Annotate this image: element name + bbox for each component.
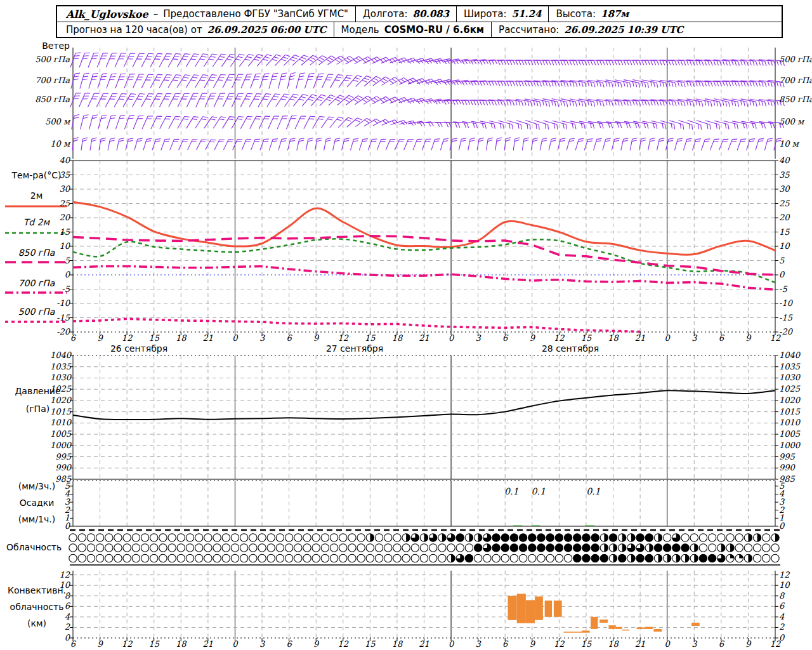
hour-label-bottom-axis: 12 xyxy=(122,640,133,649)
temp-series-4 xyxy=(73,319,640,331)
cloud-circle xyxy=(681,534,689,541)
conv-tick-left: 12 xyxy=(39,571,70,580)
cloud-circle xyxy=(402,554,410,562)
cloud-circle xyxy=(87,544,95,552)
cloud-circle xyxy=(330,544,337,552)
cloud-circle xyxy=(249,534,257,541)
temp-tick-right: -10 xyxy=(779,299,792,308)
cloud-circle xyxy=(582,554,590,562)
cloud-circle xyxy=(267,544,275,552)
cloud-circle-fill xyxy=(694,544,698,552)
cloud-circle xyxy=(321,534,329,541)
cloud-circle-fill xyxy=(604,544,608,552)
cloud-circle xyxy=(96,544,103,552)
hour-label-bottom-axis: 12 xyxy=(770,640,781,649)
hour-label-bottom-axis: 12 xyxy=(554,640,565,649)
temp-tick-left: 10 xyxy=(39,242,70,251)
hour-label-bottom-axis: 0 xyxy=(665,640,670,649)
hour-label-bottom-axis: 21 xyxy=(419,640,429,649)
cloud-circle xyxy=(96,534,103,541)
cloud-circle xyxy=(708,554,716,562)
cloud-circle xyxy=(465,544,473,552)
cloud-circle xyxy=(132,554,140,562)
cloud-circle-fill xyxy=(622,534,626,541)
hour-label-temp-axis: 15 xyxy=(148,334,159,343)
convective-cloud-bar xyxy=(591,617,598,629)
convective-cloud-bar xyxy=(691,623,700,626)
cloud-circle xyxy=(375,534,383,541)
hour-label-temp-axis: 6 xyxy=(286,334,291,343)
cloud-circle xyxy=(753,544,761,552)
cloud-circle xyxy=(69,544,77,552)
cloud-circle xyxy=(735,544,743,552)
hour-label-bottom-axis: 6 xyxy=(286,640,291,649)
cloud-circle xyxy=(348,554,356,562)
convective-cloud-bar xyxy=(582,630,590,632)
cloud-circle xyxy=(546,554,554,562)
cloud-circle xyxy=(600,554,608,562)
cloud-circle xyxy=(177,544,185,552)
hour-label-bottom-axis: 6 xyxy=(502,640,508,649)
cloud-circle xyxy=(771,544,779,552)
cloud-circle xyxy=(681,544,689,552)
conv-tick-left: 0 xyxy=(39,633,70,642)
wind-barbs xyxy=(70,53,785,150)
meteogram-plot: 0.10.10.1 xyxy=(0,0,812,650)
cloud-circle xyxy=(330,554,337,562)
cloud-circle xyxy=(186,534,193,541)
cloud-circle xyxy=(87,554,95,562)
temp-tick-left: 35 xyxy=(39,171,70,180)
cloud-circle xyxy=(132,544,140,552)
cloud-circle xyxy=(573,554,581,562)
cloud-circle xyxy=(564,554,572,562)
convective-cloud-bar xyxy=(616,627,622,629)
cloud-circle xyxy=(645,554,653,562)
cloud-circle xyxy=(492,534,500,541)
cloud-circle xyxy=(654,544,662,552)
pressure-tick-right: 1005 xyxy=(779,430,800,439)
hour-label-bottom-axis: 18 xyxy=(608,640,619,649)
cloud-circle xyxy=(528,544,536,552)
cloud-circle xyxy=(348,534,356,541)
cloud-circle xyxy=(105,534,113,541)
cloud-circle xyxy=(393,544,401,552)
cloud-circle xyxy=(231,554,239,562)
cloud-circle xyxy=(294,534,302,541)
hour-label-temp-axis: 3 xyxy=(259,334,265,343)
cloud-circle xyxy=(339,554,347,562)
cloud-circle-fill xyxy=(685,554,689,562)
convective-bars xyxy=(508,594,699,632)
cloud-circle xyxy=(699,544,707,552)
date-label-27: 27 сентября xyxy=(326,343,383,354)
hour-label-bottom-axis: 6 xyxy=(719,640,724,649)
hour-label-bottom-axis: 9 xyxy=(97,640,102,649)
cloud-circle xyxy=(645,534,653,541)
cloud-circle xyxy=(258,534,266,541)
cloud-circle xyxy=(150,534,158,541)
cloud-circle-fill xyxy=(721,544,725,552)
temp-tick-left: 25 xyxy=(39,199,70,208)
cloud-circle xyxy=(366,554,374,562)
precip-amount-label: 0.1 xyxy=(532,486,546,496)
convective-cloud-bar xyxy=(554,600,562,617)
cloud-circle xyxy=(375,544,383,552)
cloud-circle xyxy=(114,544,122,552)
cloud-circle xyxy=(763,534,770,541)
hour-label-bottom-axis: 9 xyxy=(530,640,535,649)
hour-label-temp-axis: 15 xyxy=(581,334,592,343)
cloud-circle-fill xyxy=(730,554,734,558)
hour-label-temp-axis: 12 xyxy=(337,334,348,343)
hour-label-temp-axis: 3 xyxy=(476,334,481,343)
cloud-circle xyxy=(357,544,365,552)
precip-amount-label: 0.1 xyxy=(504,486,518,496)
convective-cloud-bar xyxy=(517,594,526,623)
cloud-circle xyxy=(366,544,374,552)
pressure-tick-left: 1005 xyxy=(37,430,71,439)
temp-tick-right: 0 xyxy=(779,270,784,279)
cloud-circle xyxy=(123,554,131,562)
cloud-circle xyxy=(582,534,590,541)
cloud-circle xyxy=(105,554,113,562)
pressure-tick-left: 1040 xyxy=(37,351,71,360)
wind-level-label-right: 850 гПа xyxy=(779,95,812,104)
hour-label-temp-axis: 6 xyxy=(70,334,75,343)
